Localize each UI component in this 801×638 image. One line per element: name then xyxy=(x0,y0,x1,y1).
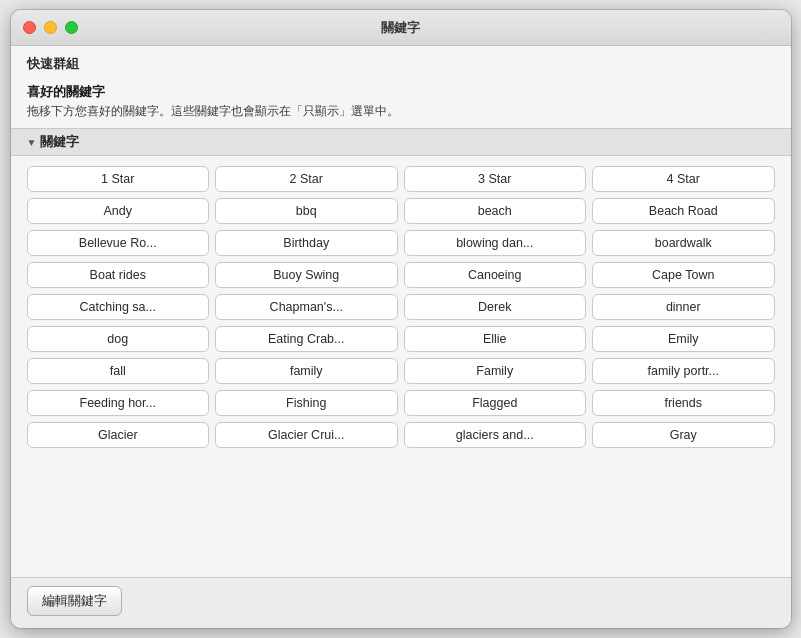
keywords-header-label: 關鍵字 xyxy=(40,133,79,151)
keyword-tag[interactable]: Boat rides xyxy=(27,262,210,288)
keyword-tag[interactable]: Eating Crab... xyxy=(215,326,398,352)
keywords-grid: 1 Star2 Star3 Star4 StarAndybbqbeachBeac… xyxy=(27,166,775,448)
favorites-description: 拖移下方您喜好的關鍵字。這些關鍵字也會顯示在「只顯示」選單中。 xyxy=(27,103,775,120)
content-area: 快速群組 喜好的關鍵字 拖移下方您喜好的關鍵字。這些關鍵字也會顯示在「只顯示」選… xyxy=(11,46,791,577)
keyword-tag[interactable]: Gray xyxy=(592,422,775,448)
keyword-tag[interactable]: family xyxy=(215,358,398,384)
favorites-title: 喜好的關鍵字 xyxy=(27,83,775,101)
keyword-tag[interactable]: Cape Town xyxy=(592,262,775,288)
keyword-tag[interactable]: Bellevue Ro... xyxy=(27,230,210,256)
keyword-tag[interactable]: Fishing xyxy=(215,390,398,416)
keyword-tag[interactable]: Derek xyxy=(404,294,587,320)
keyword-tag[interactable]: dog xyxy=(27,326,210,352)
edit-keywords-button[interactable]: 編輯關鍵字 xyxy=(27,586,122,616)
main-window: 關鍵字 快速群組 喜好的關鍵字 拖移下方您喜好的關鍵字。這些關鍵字也會顯示在「只… xyxy=(11,10,791,628)
keywords-section: ▼ 關鍵字 1 Star2 Star3 Star4 StarAndybbqbea… xyxy=(11,128,791,577)
keyword-tag[interactable]: Chapman's... xyxy=(215,294,398,320)
keyword-tag[interactable]: Buoy Swing xyxy=(215,262,398,288)
keywords-grid-container[interactable]: 1 Star2 Star3 Star4 StarAndybbqbeachBeac… xyxy=(11,156,791,577)
quick-groups-section: 快速群組 xyxy=(11,46,791,77)
keyword-tag[interactable]: Catching sa... xyxy=(27,294,210,320)
titlebar: 關鍵字 xyxy=(11,10,791,46)
keyword-tag[interactable]: fall xyxy=(27,358,210,384)
maximize-button[interactable] xyxy=(65,21,78,34)
keyword-tag[interactable]: Beach Road xyxy=(592,198,775,224)
keyword-tag[interactable]: boardwalk xyxy=(592,230,775,256)
keyword-tag[interactable]: Emily xyxy=(592,326,775,352)
quick-groups-label: 快速群組 xyxy=(27,56,79,71)
keyword-tag[interactable]: Birthday xyxy=(215,230,398,256)
close-button[interactable] xyxy=(23,21,36,34)
traffic-lights xyxy=(23,21,78,34)
favorites-section: 喜好的關鍵字 拖移下方您喜好的關鍵字。這些關鍵字也會顯示在「只顯示」選單中。 xyxy=(11,77,791,128)
keyword-tag[interactable]: Flagged xyxy=(404,390,587,416)
keyword-tag[interactable]: bbq xyxy=(215,198,398,224)
keyword-tag[interactable]: Feeding hor... xyxy=(27,390,210,416)
keyword-tag[interactable]: Ellie xyxy=(404,326,587,352)
keyword-tag[interactable]: Family xyxy=(404,358,587,384)
keyword-tag[interactable]: 3 Star xyxy=(404,166,587,192)
keyword-tag[interactable]: 1 Star xyxy=(27,166,210,192)
keyword-tag[interactable]: Glacier xyxy=(27,422,210,448)
keyword-tag[interactable]: beach xyxy=(404,198,587,224)
keyword-tag[interactable]: dinner xyxy=(592,294,775,320)
keyword-tag[interactable]: 2 Star xyxy=(215,166,398,192)
keyword-tag[interactable]: glaciers and... xyxy=(404,422,587,448)
keyword-tag[interactable]: Andy xyxy=(27,198,210,224)
footer: 編輯關鍵字 xyxy=(11,577,791,628)
keyword-tag[interactable]: blowing dan... xyxy=(404,230,587,256)
keyword-tag[interactable]: friends xyxy=(592,390,775,416)
keyword-tag[interactable]: Glacier Crui... xyxy=(215,422,398,448)
keyword-tag[interactable]: Canoeing xyxy=(404,262,587,288)
keyword-tag[interactable]: 4 Star xyxy=(592,166,775,192)
chevron-down-icon: ▼ xyxy=(27,137,37,148)
minimize-button[interactable] xyxy=(44,21,57,34)
window-title: 關鍵字 xyxy=(381,19,420,37)
keyword-tag[interactable]: family portr... xyxy=(592,358,775,384)
keywords-header: ▼ 關鍵字 xyxy=(11,128,791,156)
